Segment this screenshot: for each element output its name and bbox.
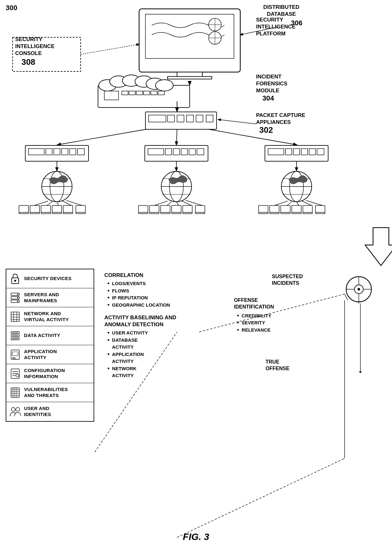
svg-rect-39 [151, 91, 157, 95]
svg-point-150 [14, 280, 16, 282]
svg-point-195 [358, 288, 360, 291]
svg-rect-46 [187, 115, 193, 122]
svg-rect-141 [315, 212, 325, 214]
svg-text:PACKET CAPTURE: PACKET CAPTURE [256, 112, 305, 118]
svg-rect-37 [136, 91, 143, 95]
user-identities-label: USER ANDIDENTITIES [24, 406, 51, 418]
svg-rect-130 [259, 205, 268, 212]
svg-rect-99 [30, 212, 40, 214]
svg-rect-133 [270, 212, 279, 214]
svg-rect-64 [173, 149, 180, 155]
svg-text:CONSOLE: CONSOLE [15, 50, 42, 56]
svg-rect-157 [11, 312, 19, 321]
svg-rect-47 [196, 115, 203, 122]
offense-circle-svg [345, 275, 373, 303]
true-offense-label: TRUEOFFENSE [266, 359, 290, 372]
svg-rect-136 [292, 205, 301, 212]
grid2-icon [9, 387, 21, 398]
svg-rect-97 [19, 212, 28, 214]
svg-rect-60 [77, 149, 84, 155]
sidebar-item-vulnerabilities: VULNERABILITIESAND THREATS [6, 383, 94, 402]
svg-rect-117 [161, 205, 170, 212]
svg-line-53 [218, 119, 256, 124]
svg-point-187 [16, 407, 20, 411]
svg-rect-55 [28, 149, 44, 155]
activity-list: USER ACTIVITY DATABASEACTIVITY APPLICATI… [104, 329, 272, 379]
sidebar-item-application: APPLICATIONACTIVITY [6, 345, 94, 364]
svg-rect-57 [54, 149, 60, 155]
svg-rect-116 [150, 212, 159, 214]
svg-line-75 [58, 129, 146, 145]
svg-text:SECURITY: SECURITY [256, 17, 284, 23]
svg-rect-40 [158, 91, 164, 95]
svg-line-127 [176, 202, 179, 205]
svg-rect-96 [19, 205, 28, 212]
svg-rect-120 [172, 212, 181, 214]
activity-item-4: NETWORKACTIVITY [107, 365, 272, 379]
svg-text:INCIDENT: INCIDENT [256, 74, 282, 80]
svg-line-142 [274, 201, 288, 205]
stack-icon [9, 330, 21, 341]
svg-rect-103 [52, 212, 62, 214]
grid-icon [9, 311, 21, 322]
svg-rect-69 [268, 149, 284, 155]
svg-rect-139 [303, 212, 312, 214]
svg-line-143 [287, 202, 292, 205]
svg-text:DISTRIBUTED: DISTRIBUTED [263, 4, 299, 10]
activity-item-3: APPLICATIONACTIVITY [107, 351, 272, 365]
sidebar-item-users: USER ANDIDENTITIES [6, 402, 94, 421]
svg-rect-134 [281, 205, 290, 212]
svg-rect-59 [70, 149, 76, 155]
svg-rect-138 [303, 205, 312, 212]
svg-rect-65 [181, 149, 187, 155]
svg-rect-35 [122, 91, 128, 95]
svg-line-125 [154, 201, 168, 205]
svg-rect-107 [76, 212, 85, 214]
svg-line-76 [176, 129, 177, 145]
svg-line-77 [209, 129, 297, 145]
svg-rect-135 [281, 212, 290, 214]
svg-rect-131 [259, 212, 268, 214]
svg-text:APPLIANCES: APPLIANCES [256, 119, 291, 125]
svg-marker-202 [359, 371, 362, 373]
application-label: APPLICATIONACTIVITY [24, 349, 57, 361]
svg-rect-36 [129, 91, 135, 95]
config-label: CONFIGURATIONINFORMATION [24, 368, 65, 380]
svg-rect-72 [301, 149, 308, 155]
sidebar-item-servers: SERVERS ANDMAINFRAMES [6, 288, 94, 307]
svg-rect-132 [270, 205, 279, 212]
svg-rect-137 [292, 212, 301, 214]
svg-rect-48 [206, 115, 213, 122]
security-devices-label: SECURITY DEVICES [24, 276, 71, 282]
svg-marker-147 [365, 228, 392, 266]
users-icon [9, 406, 21, 417]
svg-point-154 [17, 294, 18, 295]
svg-rect-74 [317, 149, 324, 155]
server-icon [9, 292, 21, 303]
svg-rect-44 [168, 115, 175, 122]
svg-line-22 [81, 44, 139, 54]
svg-rect-115 [150, 205, 159, 212]
svg-rect-121 [183, 205, 192, 212]
svg-rect-98 [30, 205, 40, 212]
offense-item-2: SEVERITY [237, 319, 274, 327]
svg-text:308: 308 [21, 57, 35, 67]
offense-section: OFFENSEIDENTIFICATION CREDIBILITY SEVERI… [234, 297, 274, 334]
svg-rect-118 [161, 212, 170, 214]
data-activity-label: DATA ACTIVITY [24, 333, 60, 339]
svg-text:302: 302 [259, 125, 273, 135]
svg-rect-123 [195, 205, 205, 212]
svg-rect-177 [16, 374, 19, 377]
svg-rect-43 [149, 115, 166, 122]
sidebar-item-config: CONFIGURATIONINFORMATION [6, 364, 94, 383]
svg-rect-104 [63, 205, 73, 212]
svg-text:INTELLIGENCE: INTELLIGENCE [256, 24, 296, 30]
svg-point-33 [156, 80, 173, 91]
svg-rect-67 [197, 149, 204, 155]
svg-rect-63 [165, 149, 172, 155]
svg-rect-58 [62, 149, 68, 155]
svg-text:FORENSICS: FORENSICS [256, 81, 287, 87]
svg-line-144 [297, 202, 299, 205]
svg-rect-101 [41, 212, 51, 214]
svg-rect-124 [195, 212, 205, 214]
